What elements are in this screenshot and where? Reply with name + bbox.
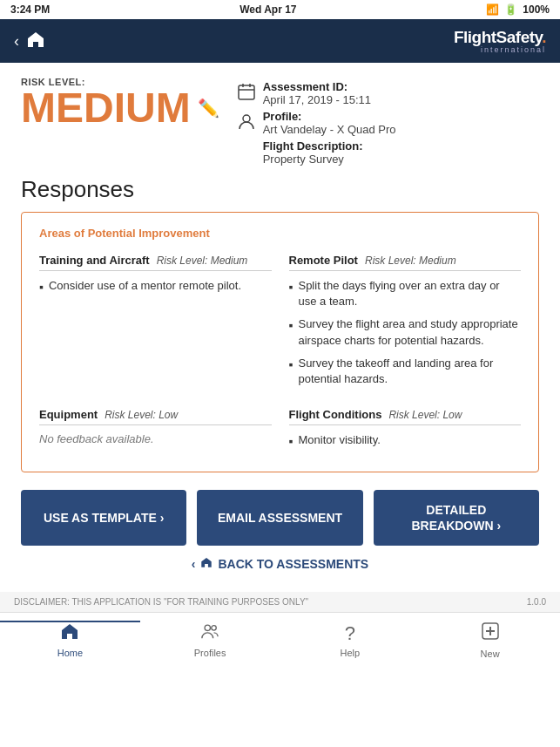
email-assessment-button[interactable]: EMAIL ASSESSMENT <box>197 490 362 546</box>
flight-desc-value: Property Survey <box>263 153 363 166</box>
meta-section: Assessment ID: April 17, 2019 - 15:11 Pr… <box>237 77 539 166</box>
section-training-header: Training and Aircraft Risk Level: Medium <box>39 254 272 271</box>
action-buttons: USE AS TEMPLATE › EMAIL ASSESSMENT DETAI… <box>21 490 539 546</box>
list-item: Split the days flying over an extra day … <box>289 278 522 309</box>
assessment-info: RISK LEVEL: MEDIUM ✏️ Assessment ID: <box>21 77 539 166</box>
home-nav-icon <box>60 622 79 645</box>
battery-value: 100% <box>523 3 550 16</box>
responses-title: Responses <box>21 176 539 203</box>
improvement-title: Areas of Potential Improvement <box>39 227 521 240</box>
use-as-template-button[interactable]: USE AS TEMPLATE › <box>21 490 186 546</box>
assessment-id-row: Assessment ID: April 17, 2019 - 15:11 <box>237 80 539 106</box>
svg-point-6 <box>212 626 216 630</box>
nav-new[interactable]: New <box>420 621 560 659</box>
list-item: Monitor visibility. <box>289 432 522 451</box>
section-remote-pilot-title: Remote Pilot <box>289 254 358 267</box>
profiles-nav-label: Profiles <box>194 648 226 658</box>
profile-row: Profile: Art Vandelay - X Quad Pro <box>237 110 539 136</box>
section-flight-conditions-header: Flight Conditions Risk Level: Low <box>289 408 522 425</box>
section-training-title: Training and Aircraft <box>39 254 150 267</box>
risk-value: MEDIUM ✏️ <box>21 87 219 129</box>
assessment-id-value: April 17, 2019 - 15:11 <box>263 93 371 106</box>
main-content: RISK LEVEL: MEDIUM ✏️ Assessment ID: <box>0 63 560 592</box>
flight-desc-content: Flight Description: Property Survey <box>263 139 363 166</box>
detailed-breakdown-button[interactable]: DETAILED BREAKDOWN › <box>374 490 539 546</box>
section-remote-pilot: Remote Pilot Risk Level: Medium Split th… <box>289 254 522 394</box>
status-right: 📶 🔋 100% <box>486 3 550 16</box>
section-equipment-risk: Risk Level: Low <box>105 409 178 421</box>
back-to-assessments-text: BACK TO ASSESSMENTS <box>218 557 368 571</box>
home-header-icon[interactable] <box>26 31 45 52</box>
section-training-list: Consider use of a mentor remote pilot. <box>39 278 272 296</box>
list-item: Survey the flight area and study appropr… <box>289 316 522 348</box>
disclaimer-text: DISCLAIMER: THIS APPLICATION IS "FOR TRA… <box>14 597 308 607</box>
nav-profiles[interactable]: Profiles <box>140 622 280 658</box>
help-nav-icon: ? <box>345 622 355 645</box>
svg-point-4 <box>243 115 250 122</box>
version-number: 1.0.0 <box>527 597 546 607</box>
flight-safety-logo: FlightSafety. international <box>454 29 546 54</box>
profiles-nav-icon <box>200 622 219 645</box>
battery-icon: 🔋 <box>504 3 517 16</box>
nav-help[interactable]: ? Help <box>280 622 421 658</box>
improvement-box: Areas of Potential Improvement Training … <box>21 212 539 472</box>
new-nav-label: New <box>481 649 500 659</box>
back-button[interactable]: ‹ <box>14 32 19 51</box>
section-remote-pilot-list: Split the days flying over an extra day … <box>289 278 522 387</box>
status-bar: 3:24 PM Wed Apr 17 📶 🔋 100% <box>0 0 560 19</box>
svg-point-5 <box>205 625 210 630</box>
list-item: Consider use of a mentor remote pilot. <box>39 278 272 296</box>
profile-value: Art Vandelay - X Quad Pro <box>263 123 396 136</box>
back-home-icon <box>200 556 213 571</box>
equipment-no-feedback: No feedback available. <box>39 432 272 445</box>
new-nav-icon <box>481 621 500 646</box>
back-to-assessments-link[interactable]: ‹ BACK TO ASSESSMENTS <box>21 556 539 571</box>
improvement-grid: Training and Aircraft Risk Level: Medium… <box>39 254 521 458</box>
pencil-icon: ✏️ <box>198 99 219 117</box>
header-left: ‹ <box>14 31 45 52</box>
risk-level-section: RISK LEVEL: MEDIUM ✏️ <box>21 77 219 129</box>
flight-desc-label: Flight Description: <box>263 139 363 153</box>
section-equipment-title: Equipment <box>39 408 98 421</box>
bottom-nav: Home Profiles ? Help New <box>0 612 560 664</box>
status-day: Wed Apr 17 <box>240 3 296 16</box>
section-flight-conditions-list: Monitor visibility. <box>289 432 522 451</box>
section-remote-pilot-risk: Risk Level: Medium <box>365 255 456 267</box>
section-equipment: Equipment Risk Level: Low No feedback av… <box>39 408 272 458</box>
disclaimer-bar: DISCLAIMER: THIS APPLICATION IS "FOR TRA… <box>0 592 560 612</box>
section-remote-pilot-header: Remote Pilot Risk Level: Medium <box>289 254 522 271</box>
flight-desc-row: Flight Description: Property Survey <box>237 139 539 166</box>
profile-label: Profile: <box>263 110 396 123</box>
wifi-icon: 📶 <box>486 3 499 16</box>
svg-rect-0 <box>239 85 254 99</box>
profile-content: Profile: Art Vandelay - X Quad Pro <box>263 110 396 136</box>
header: ‹ FlightSafety. international <box>0 19 560 63</box>
status-time: 3:24 PM <box>10 3 50 16</box>
profile-icon <box>237 112 256 135</box>
risk-value-text: MEDIUM <box>21 87 191 129</box>
assessment-id-content: Assessment ID: April 17, 2019 - 15:11 <box>263 80 371 106</box>
nav-home[interactable]: Home <box>0 621 140 658</box>
section-flight-conditions: Flight Conditions Risk Level: Low Monito… <box>289 408 522 458</box>
section-training: Training and Aircraft Risk Level: Medium… <box>39 254 272 394</box>
list-item: Survey the takeoff and landing area for … <box>289 356 522 387</box>
section-training-risk: Risk Level: Medium <box>157 255 248 267</box>
home-nav-label: Home <box>57 648 83 658</box>
help-nav-label: Help <box>341 648 361 658</box>
assessment-id-label: Assessment ID: <box>263 80 371 93</box>
back-chevron-icon: ‹ <box>192 557 196 571</box>
section-equipment-header: Equipment Risk Level: Low <box>39 408 272 425</box>
section-flight-conditions-risk: Risk Level: Low <box>388 409 462 421</box>
calendar-icon <box>237 82 256 105</box>
section-flight-conditions-title: Flight Conditions <box>289 408 382 421</box>
